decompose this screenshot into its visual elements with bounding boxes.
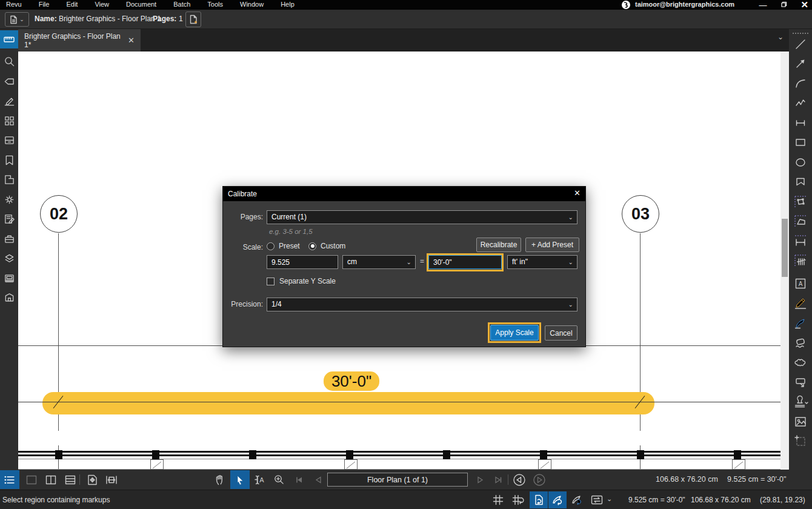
prev-page-button[interactable]: [309, 470, 328, 489]
page-navigation-field[interactable]: Floor Plan (1 of 1): [327, 473, 468, 487]
panel-flags-button[interactable]: [0, 72, 18, 90]
tool-measure-length[interactable]: [791, 232, 810, 250]
markup-list-button[interactable]: [0, 470, 19, 489]
menu-batch[interactable]: Batch: [173, 1, 190, 8]
tool-cloud[interactable]: [791, 353, 810, 371]
precision-dropdown[interactable]: 1/4 ⌄: [267, 298, 577, 311]
tool-arrow[interactable]: [791, 55, 810, 73]
toolbar-drag-handle[interactable]: [793, 33, 808, 35]
text-select-button[interactable]: A: [250, 470, 269, 489]
tool-pen[interactable]: [791, 314, 810, 332]
tool-rectangle[interactable]: [791, 133, 810, 151]
panel-spaces-button[interactable]: [0, 170, 18, 188]
fit-page-button[interactable]: [82, 470, 102, 489]
add-preset-button[interactable]: + Add Preset: [525, 238, 579, 252]
tool-measure-perimeter[interactable]: [791, 212, 810, 230]
panel-studio-projects-button[interactable]: [0, 288, 18, 307]
status-scale-readout[interactable]: 9.525 cm = 30'-0": [628, 496, 685, 504]
markup-sync-button[interactable]: [548, 491, 567, 508]
custom-radio[interactable]: Custom: [308, 242, 345, 250]
panel-tool-chest-button[interactable]: [0, 230, 18, 248]
tool-polyline[interactable]: [791, 94, 810, 112]
first-page-button[interactable]: [290, 470, 309, 489]
insert-page-button[interactable]: [185, 12, 201, 27]
tool-snapshot[interactable]: [791, 432, 810, 450]
tab-floor-plan[interactable]: Brighter Graphics - Floor Plan 1* ✕: [18, 29, 141, 52]
select-tool-button[interactable]: [230, 470, 250, 489]
preset-radio[interactable]: Preset: [267, 242, 300, 250]
panel-markup-summary-button[interactable]: [0, 210, 18, 228]
panel-signatures-button[interactable]: [0, 91, 18, 110]
tool-arc[interactable]: [791, 75, 810, 93]
pen-sync-button[interactable]: [568, 491, 585, 508]
chevron-down-icon[interactable]: ⌄: [607, 495, 612, 503]
pages-dropdown[interactable]: Current (1) ⌄: [267, 210, 577, 224]
apply-scale-button[interactable]: Apply Scale: [490, 325, 539, 341]
panel-studio-button[interactable]: [0, 269, 18, 287]
vertical-scrollbar[interactable]: [780, 52, 789, 470]
account-email[interactable]: taimoor@brightergraphics.com: [635, 1, 734, 8]
snap-toggle-button[interactable]: [510, 491, 527, 508]
document-menu-button[interactable]: ⌄: [5, 12, 29, 27]
cancel-button[interactable]: Cancel: [545, 325, 577, 341]
restore-button[interactable]: [780, 1, 787, 9]
panel-search-button[interactable]: [0, 52, 18, 70]
name-label: Name:: [35, 15, 57, 23]
menu-tools[interactable]: Tools: [207, 1, 223, 8]
tool-highlighter[interactable]: [791, 294, 810, 313]
panel-bookmarks-button[interactable]: [0, 151, 18, 169]
previous-view-button[interactable]: [510, 470, 529, 489]
callout-icon: [794, 376, 807, 389]
menu-revu[interactable]: Revu: [6, 1, 22, 8]
tool-dimension[interactable]: [791, 114, 810, 132]
minimize-button[interactable]: —: [759, 1, 767, 10]
tool-callout[interactable]: [791, 373, 810, 391]
zoom-tool-button[interactable]: [269, 470, 288, 489]
tool-image[interactable]: [791, 413, 810, 431]
panel-thumbnails-button[interactable]: [0, 111, 18, 130]
separate-y-checkbox[interactable]: Separate Y Scale: [267, 277, 336, 285]
tool-ellipse[interactable]: [791, 153, 810, 171]
next-page-button[interactable]: [470, 470, 490, 489]
panel-expand-chevron[interactable]: ⌄: [777, 33, 784, 41]
fit-width-button[interactable]: [102, 470, 121, 489]
menu-view[interactable]: View: [95, 1, 109, 8]
panel-layers-button[interactable]: [0, 249, 18, 267]
tool-measure-area[interactable]: [791, 193, 810, 211]
scale-to-value-input[interactable]: [428, 255, 502, 269]
document-sync-button[interactable]: [530, 491, 548, 508]
menu-edit[interactable]: Edit: [66, 1, 78, 8]
scale-from-value-input[interactable]: [267, 255, 338, 269]
scrollbar-thumb[interactable]: [782, 219, 788, 277]
close-button[interactable]: ✕: [800, 0, 808, 10]
tool-stamp[interactable]: [791, 393, 810, 411]
last-page-button[interactable]: [488, 470, 508, 489]
tool-measure-count[interactable]: [791, 251, 810, 270]
panel-file-attachments-button[interactable]: [0, 131, 18, 149]
dialog-close-icon[interactable]: ✕: [574, 188, 581, 198]
scale-from-unit-dropdown[interactable]: cm ⌄: [342, 255, 416, 269]
single-pane-button[interactable]: [22, 470, 41, 489]
tool-polygon[interactable]: [791, 173, 810, 191]
menu-file[interactable]: File: [39, 1, 50, 8]
menu-window[interactable]: Window: [240, 1, 264, 8]
next-view-button[interactable]: [530, 470, 549, 489]
split-horizontal-button[interactable]: [61, 470, 80, 489]
swap-mode-button[interactable]: [588, 491, 605, 508]
grid-toggle-button[interactable]: [490, 491, 507, 508]
measurement-highlight-band[interactable]: [42, 392, 654, 414]
recalibrate-button[interactable]: Recalibrate: [476, 238, 521, 252]
eraser-icon: [794, 336, 807, 350]
pan-tool-button[interactable]: [211, 470, 230, 489]
tab-close-icon[interactable]: ✕: [128, 36, 135, 45]
menu-help[interactable]: Help: [281, 1, 295, 8]
tool-eraser[interactable]: [791, 334, 810, 352]
panel-measurements-button[interactable]: [0, 30, 18, 48]
menu-document[interactable]: Document: [126, 1, 156, 8]
tool-text-box[interactable]: A: [791, 274, 810, 293]
split-vertical-button[interactable]: [41, 470, 61, 489]
panel-settings-button[interactable]: [0, 190, 18, 208]
scale-to-unit-dropdown[interactable]: ft' in" ⌄: [507, 255, 577, 269]
tool-line[interactable]: [791, 35, 810, 53]
dialog-title-bar[interactable]: Calibrate ✕: [223, 187, 585, 201]
